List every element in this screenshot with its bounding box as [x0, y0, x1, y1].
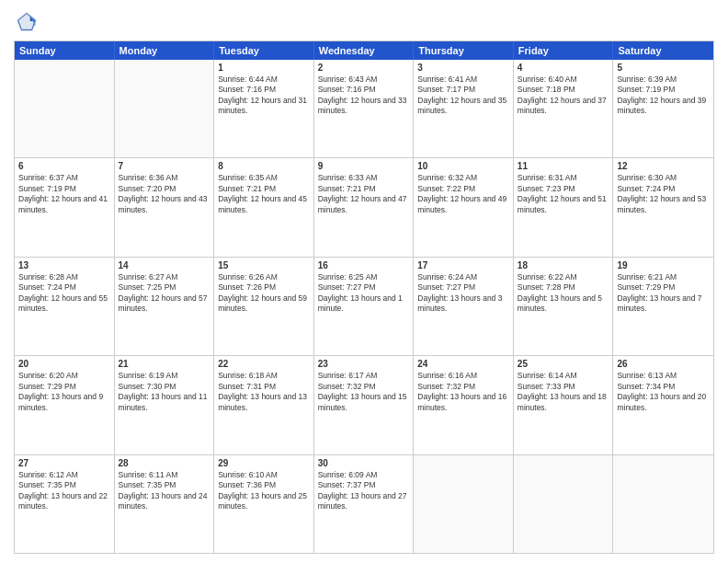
day-cell-10: 10Sunrise: 6:32 AM Sunset: 7:22 PM Dayli… — [414, 158, 514, 256]
header-day-saturday: Saturday — [613, 41, 713, 60]
day-cell-12: 12Sunrise: 6:30 AM Sunset: 7:24 PM Dayli… — [613, 158, 713, 256]
day-cell-5: 5Sunrise: 6:39 AM Sunset: 7:19 PM Daylig… — [613, 60, 713, 157]
day-cell-24: 24Sunrise: 6:16 AM Sunset: 7:32 PM Dayli… — [414, 356, 514, 454]
day-number: 30 — [318, 458, 410, 468]
calendar: SundayMondayTuesdayWednesdayThursdayFrid… — [14, 40, 714, 554]
calendar-week-5: 27Sunrise: 6:12 AM Sunset: 7:35 PM Dayli… — [15, 454, 713, 553]
day-cell-17: 17Sunrise: 6:24 AM Sunset: 7:27 PM Dayli… — [414, 258, 514, 355]
day-info: Sunrise: 6:12 AM Sunset: 7:35 PM Dayligh… — [18, 470, 110, 512]
day-info: Sunrise: 6:41 AM Sunset: 7:17 PM Dayligh… — [417, 75, 509, 117]
day-info: Sunrise: 6:28 AM Sunset: 7:24 PM Dayligh… — [18, 272, 110, 315]
calendar-week-2: 6Sunrise: 6:37 AM Sunset: 7:19 PM Daylig… — [15, 157, 713, 256]
empty-cell — [514, 455, 614, 553]
day-number: 20 — [18, 359, 110, 369]
day-number: 7 — [119, 161, 210, 171]
day-number: 29 — [218, 458, 310, 468]
calendar-body: 1Sunrise: 6:44 AM Sunset: 7:16 PM Daylig… — [15, 60, 713, 553]
day-number: 18 — [518, 260, 609, 270]
day-info: Sunrise: 6:24 AM Sunset: 7:27 PM Dayligh… — [417, 272, 509, 315]
day-cell-22: 22Sunrise: 6:18 AM Sunset: 7:31 PM Dayli… — [214, 356, 314, 454]
day-number: 4 — [518, 63, 609, 73]
day-number: 17 — [417, 260, 509, 270]
day-number: 9 — [318, 161, 410, 171]
day-cell-18: 18Sunrise: 6:22 AM Sunset: 7:28 PM Dayli… — [514, 258, 614, 355]
day-info: Sunrise: 6:13 AM Sunset: 7:34 PM Dayligh… — [617, 371, 710, 413]
day-cell-15: 15Sunrise: 6:26 AM Sunset: 7:26 PM Dayli… — [214, 258, 314, 355]
day-cell-9: 9Sunrise: 6:33 AM Sunset: 7:21 PM Daylig… — [314, 158, 415, 256]
day-cell-26: 26Sunrise: 6:13 AM Sunset: 7:34 PM Dayli… — [613, 356, 713, 454]
header-day-tuesday: Tuesday — [214, 41, 314, 60]
day-info: Sunrise: 6:18 AM Sunset: 7:31 PM Dayligh… — [218, 371, 310, 413]
day-cell-13: 13Sunrise: 6:28 AM Sunset: 7:24 PM Dayli… — [15, 258, 115, 355]
day-number: 5 — [617, 63, 710, 73]
day-number: 19 — [617, 260, 710, 270]
day-number: 28 — [119, 458, 210, 468]
day-cell-14: 14Sunrise: 6:27 AM Sunset: 7:25 PM Dayli… — [115, 258, 215, 355]
day-cell-11: 11Sunrise: 6:31 AM Sunset: 7:23 PM Dayli… — [514, 158, 614, 256]
day-number: 14 — [119, 260, 210, 270]
day-number: 13 — [18, 260, 110, 270]
header — [14, 9, 714, 35]
day-info: Sunrise: 6:17 AM Sunset: 7:32 PM Dayligh… — [318, 371, 410, 413]
header-day-monday: Monday — [115, 41, 215, 60]
day-info: Sunrise: 6:30 AM Sunset: 7:24 PM Dayligh… — [617, 173, 710, 215]
day-number: 2 — [318, 63, 410, 73]
page: SundayMondayTuesdayWednesdayThursdayFrid… — [0, 0, 728, 563]
empty-cell — [115, 60, 215, 157]
header-day-thursday: Thursday — [414, 41, 514, 60]
calendar-week-4: 20Sunrise: 6:20 AM Sunset: 7:29 PM Dayli… — [15, 355, 713, 454]
day-cell-20: 20Sunrise: 6:20 AM Sunset: 7:29 PM Dayli… — [15, 356, 115, 454]
day-info: Sunrise: 6:20 AM Sunset: 7:29 PM Dayligh… — [18, 371, 110, 413]
day-info: Sunrise: 6:39 AM Sunset: 7:19 PM Dayligh… — [617, 75, 710, 117]
day-info: Sunrise: 6:31 AM Sunset: 7:23 PM Dayligh… — [518, 173, 609, 215]
day-cell-25: 25Sunrise: 6:14 AM Sunset: 7:33 PM Dayli… — [514, 356, 614, 454]
day-number: 1 — [218, 63, 310, 73]
day-number: 23 — [318, 359, 410, 369]
day-info: Sunrise: 6:33 AM Sunset: 7:21 PM Dayligh… — [318, 173, 410, 215]
day-cell-23: 23Sunrise: 6:17 AM Sunset: 7:32 PM Dayli… — [314, 356, 415, 454]
day-number: 16 — [318, 260, 410, 270]
day-info: Sunrise: 6:22 AM Sunset: 7:28 PM Dayligh… — [518, 272, 609, 315]
day-cell-1: 1Sunrise: 6:44 AM Sunset: 7:16 PM Daylig… — [214, 60, 314, 157]
day-cell-30: 30Sunrise: 6:09 AM Sunset: 7:37 PM Dayli… — [314, 455, 415, 553]
empty-cell — [414, 455, 514, 553]
day-number: 8 — [218, 161, 310, 171]
day-number: 15 — [218, 260, 310, 270]
day-info: Sunrise: 6:10 AM Sunset: 7:36 PM Dayligh… — [218, 470, 310, 512]
day-cell-7: 7Sunrise: 6:36 AM Sunset: 7:20 PM Daylig… — [115, 158, 215, 256]
day-number: 3 — [417, 63, 509, 73]
day-info: Sunrise: 6:09 AM Sunset: 7:37 PM Dayligh… — [318, 470, 410, 512]
logo-icon — [14, 9, 40, 35]
day-cell-21: 21Sunrise: 6:19 AM Sunset: 7:30 PM Dayli… — [115, 356, 215, 454]
logo — [14, 9, 43, 35]
day-number: 11 — [518, 161, 609, 171]
day-number: 6 — [18, 161, 110, 171]
header-day-friday: Friday — [514, 41, 614, 60]
day-number: 12 — [617, 161, 710, 171]
day-cell-3: 3Sunrise: 6:41 AM Sunset: 7:17 PM Daylig… — [414, 60, 514, 157]
day-cell-8: 8Sunrise: 6:35 AM Sunset: 7:21 PM Daylig… — [214, 158, 314, 256]
day-cell-2: 2Sunrise: 6:43 AM Sunset: 7:16 PM Daylig… — [314, 60, 415, 157]
day-info: Sunrise: 6:25 AM Sunset: 7:27 PM Dayligh… — [318, 272, 410, 315]
day-info: Sunrise: 6:32 AM Sunset: 7:22 PM Dayligh… — [417, 173, 509, 215]
day-info: Sunrise: 6:26 AM Sunset: 7:26 PM Dayligh… — [218, 272, 310, 315]
calendar-week-3: 13Sunrise: 6:28 AM Sunset: 7:24 PM Dayli… — [15, 257, 713, 355]
day-cell-19: 19Sunrise: 6:21 AM Sunset: 7:29 PM Dayli… — [613, 258, 713, 355]
day-info: Sunrise: 6:44 AM Sunset: 7:16 PM Dayligh… — [218, 75, 310, 117]
day-number: 22 — [218, 359, 310, 369]
day-info: Sunrise: 6:16 AM Sunset: 7:32 PM Dayligh… — [417, 371, 509, 413]
header-day-wednesday: Wednesday — [314, 41, 415, 60]
day-number: 25 — [518, 359, 609, 369]
day-cell-28: 28Sunrise: 6:11 AM Sunset: 7:35 PM Dayli… — [115, 455, 215, 553]
day-info: Sunrise: 6:36 AM Sunset: 7:20 PM Dayligh… — [119, 173, 210, 215]
day-number: 21 — [119, 359, 210, 369]
day-info: Sunrise: 6:43 AM Sunset: 7:16 PM Dayligh… — [318, 75, 410, 117]
day-info: Sunrise: 6:21 AM Sunset: 7:29 PM Dayligh… — [617, 272, 710, 315]
empty-cell — [15, 60, 115, 157]
empty-cell — [613, 455, 713, 553]
day-cell-29: 29Sunrise: 6:10 AM Sunset: 7:36 PM Dayli… — [214, 455, 314, 553]
day-number: 10 — [417, 161, 509, 171]
day-cell-16: 16Sunrise: 6:25 AM Sunset: 7:27 PM Dayli… — [314, 258, 415, 355]
day-cell-27: 27Sunrise: 6:12 AM Sunset: 7:35 PM Dayli… — [15, 455, 115, 553]
day-info: Sunrise: 6:35 AM Sunset: 7:21 PM Dayligh… — [218, 173, 310, 215]
